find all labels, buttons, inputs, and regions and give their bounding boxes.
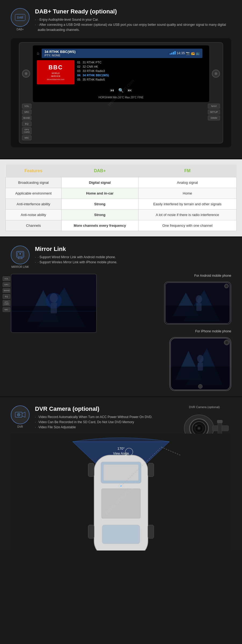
svg-point-11 <box>50 293 58 303</box>
row5-fm: One frequency with one channel <box>138 220 236 231</box>
mirror-phones: For Android mobile phone For iPhone mobi… <box>102 274 231 391</box>
gps-btn[interactable]: GPS CARD <box>22 127 31 134</box>
mirror-header: MIRROR LINK Mirror Link · Support Wired … <box>11 246 231 268</box>
dab-icon-label: DAB+ <box>17 28 24 31</box>
dimm-btn[interactable]: DIMM <box>208 116 220 120</box>
channel-03: 0333 RTHK Radio3 <box>77 69 205 73</box>
dvr-title: DVR Camera (optional) <box>35 405 152 412</box>
compare-table-section: Features DAB+ FM Broadcasting signal Dig… <box>0 159 242 236</box>
band-btn[interactable]: BAND <box>22 116 31 120</box>
channel-01: 0131 RTHK PTC <box>77 60 205 64</box>
dab-desc-1: · Enjoy Audiophile-level Sound in your C… <box>35 17 231 22</box>
android-label: For Android mobile phone <box>102 274 231 278</box>
table-row: Anti-interfernce ability Strong Easily i… <box>6 199 237 209</box>
mirror-icon-label: MIRROR LINK <box>11 265 29 268</box>
dvr-desc-2: ·Video Can Be Recorded in the SD Card, D… <box>35 420 152 425</box>
svg-rect-53 <box>148 463 154 477</box>
unit-buttons-row: VOL SRC BAND EQ GPS CARD MIC NAVI SETUP … <box>22 104 220 140</box>
row2-fm: Home <box>138 188 236 199</box>
screen-status: 14:35 📷 📻 📺 <box>170 51 200 55</box>
m-eq: EQ <box>3 294 10 299</box>
dab-title-bar: 34 RTHK BBC(WS) PTY: NONE <box>42 49 202 58</box>
sig-4 <box>175 51 176 55</box>
dvr-desc-3: ·Video File Size Adjustable <box>35 425 152 430</box>
svg-point-29 <box>198 384 202 388</box>
mic-btn[interactable]: MIC <box>22 135 31 140</box>
table-row: Broadcasting signal Digital signal Analo… <box>6 177 237 188</box>
screen-icons: 📷 📻 📺 <box>186 51 200 55</box>
header-features: Features <box>6 165 62 177</box>
svg-rect-43 <box>217 420 222 423</box>
dvr-desc-1: ·Video Record Automatically When Turn on… <box>35 415 152 420</box>
prev-btn[interactable]: ⏮ <box>110 88 114 93</box>
row3-fm: Easily interfered by terrain and other s… <box>138 199 236 209</box>
table-row: Channels More channels every frequency O… <box>6 220 237 231</box>
dab-screen: ⌂ 34 RTHK BBC(WS) PTY: NONE <box>33 45 209 102</box>
eq-btn[interactable]: EQ <box>22 121 31 126</box>
mirror-description: · Support Wired Mirror Link with Android… <box>35 255 117 265</box>
svg-point-21 <box>225 285 227 287</box>
svg-point-26 <box>197 355 204 362</box>
header-dab: DAB+ <box>61 165 138 177</box>
m-band: BAND <box>3 288 10 293</box>
knob-right[interactable] <box>212 70 220 78</box>
row1-dab: Digital signal <box>61 177 138 188</box>
svg-rect-42 <box>218 422 222 435</box>
dvr-description: ·Video Record Automatically When Turn on… <box>35 415 152 430</box>
row1-fm: Analog signal <box>138 177 236 188</box>
table-header-row: Features DAB+ FM <box>6 165 237 177</box>
navi-btn[interactable]: NAVI <box>208 104 220 109</box>
row3-feature: Anti-interfernce ability <box>6 199 62 209</box>
bbc-logo: BBC WORLDSERVICE bbcworldservice.com <box>37 60 74 84</box>
dvr-icon <box>15 410 26 419</box>
svg-point-17 <box>196 295 202 303</box>
setup-btn[interactable]: SETUP <box>208 110 220 114</box>
svg-point-35 <box>18 414 19 415</box>
home-icon[interactable]: ⌂ <box>37 51 39 55</box>
mirror-video-content <box>11 274 96 332</box>
bbc-url: bbcworldservice.com <box>47 78 64 80</box>
vol-btn[interactable]: VOL <box>22 104 31 109</box>
dab-description: · Enjoy Audiophile-level Sound in your C… <box>35 17 231 33</box>
row2-feature: Applicable environment <box>6 188 62 199</box>
m-vol: VOL <box>3 276 10 281</box>
mirror-screen-left <box>11 274 97 333</box>
screen-content: BBC WORLDSERVICE bbcworldservice.com 013… <box>37 60 205 84</box>
search-btn[interactable]: 🔍 <box>118 88 124 93</box>
car-unit-wrap: ⌂ 34 RTHK BBC(WS) PTY: NONE <box>19 42 223 143</box>
dvr-car-view: www.witson.com <box>11 451 231 545</box>
dab-section: DAB + DAB+ DAB+ Tuner Ready (optional) ·… <box>0 0 242 158</box>
car-top-svg: 170° View Angle <box>11 434 231 551</box>
svg-rect-12 <box>51 303 57 313</box>
iphone-phone <box>169 337 231 391</box>
mirror-title: Mirror Link <box>35 246 117 253</box>
mirror-demo: VOL SRC BAND EQ GPS CARD MIC <box>11 274 231 391</box>
station-name: 34 RTHK BBC(WS) <box>44 50 76 54</box>
mirror-left-wrap: VOL SRC BAND EQ GPS CARD MIC <box>11 274 97 333</box>
m-gps: GPS CARD <box>3 300 10 306</box>
signal-bars <box>170 51 176 55</box>
bbc-text: BBC <box>48 64 63 71</box>
mirror-left-buttons: VOL SRC BAND EQ GPS CARD MIC <box>3 276 10 312</box>
src-btn[interactable]: SRC <box>22 110 31 114</box>
mirror-desc-2: · Support Wireles Mirror Link with iPhon… <box>35 260 117 265</box>
car-unit: ⌂ 34 RTHK BBC(WS) PTY: NONE <box>19 42 223 143</box>
time-display: 14:35 <box>177 51 185 55</box>
dab-screen-wrap: ⌂ 34 RTHK BBC(WS) PTY: NONE <box>11 38 231 147</box>
knob-left[interactable] <box>22 70 30 78</box>
svg-rect-50 <box>102 489 140 518</box>
svg-rect-55 <box>148 525 154 538</box>
row4-dab: Strong <box>61 209 138 220</box>
playback-controls: ⏮ 🔍 ⏭ <box>37 87 205 94</box>
dab-icon: DAB + <box>15 13 26 21</box>
svg-rect-52 <box>88 463 94 477</box>
next-btn[interactable]: ⏭ <box>128 88 132 93</box>
sig-3 <box>173 52 174 55</box>
pty-info: PTY: NONE <box>44 54 76 57</box>
compare-table: Features DAB+ FM Broadcasting signal Dig… <box>5 165 237 231</box>
dvr-icon-label: DVR <box>17 425 23 428</box>
channel-04[interactable]: 0434 RTHK BBC(WS) <box>77 73 205 77</box>
table-row: Anti-noise ability Strong A lot of nosie… <box>6 209 237 220</box>
channel-02: 0232 CNR HK <box>77 64 205 69</box>
channel-05: 0535 RTHK Radio5 <box>77 77 205 82</box>
